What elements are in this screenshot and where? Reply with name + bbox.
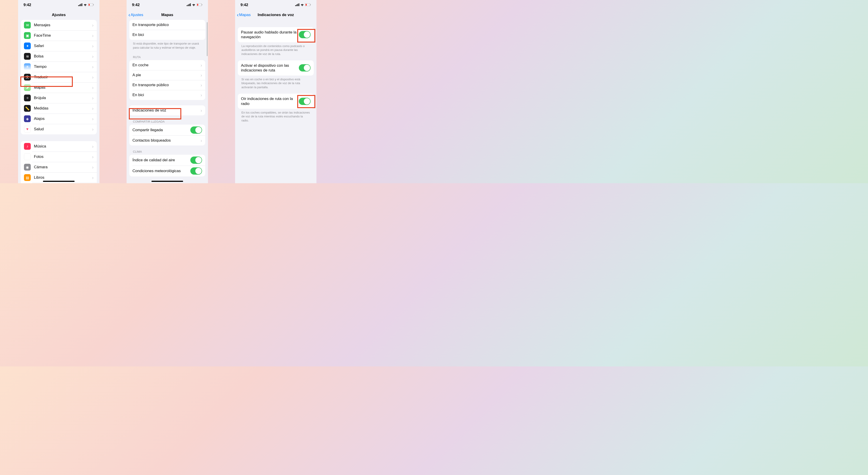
chevron-icon: › [92, 175, 94, 180]
chevron-icon: › [92, 116, 94, 121]
row-calidad-aire[interactable]: Índice de calidad del aire [129, 155, 205, 166]
chevron-icon: › [92, 33, 94, 38]
row-salud[interactable]: ♥︎Salud› [21, 124, 97, 135]
row-transporte-publico[interactable]: En transporte público [129, 20, 205, 30]
chevron-icon: › [200, 92, 202, 98]
back-label: Mapas [239, 13, 251, 17]
signal-icon [78, 3, 82, 7]
chevron-icon: › [92, 154, 94, 159]
clima-header: CLIMA [127, 149, 208, 155]
compass-icon: ✧ [24, 94, 31, 101]
chevron-icon: › [92, 43, 94, 49]
page-title: Indicaciones de voz [258, 13, 294, 17]
svg-rect-12 [197, 4, 198, 6]
svg-rect-20 [310, 4, 311, 5]
toggle-aire[interactable] [190, 156, 202, 164]
row-condiciones-meteo[interactable]: Condiciones meteorológicas [129, 166, 205, 176]
row-oir-radio[interactable]: Oír indicaciones de ruta con la radio [238, 94, 314, 109]
status-bar: 9:42 [18, 0, 99, 10]
toggle-activar-dispositivo[interactable] [299, 64, 311, 71]
row-en-bici-ruta[interactable]: En bici› [129, 90, 205, 100]
svg-rect-16 [298, 4, 298, 6]
battery-icon [88, 3, 94, 7]
music-icon: ♪ [24, 143, 31, 150]
row-indicaciones-voz[interactable]: Indicaciones de voz› [129, 106, 205, 115]
row-camara[interactable]: ◉Cámara› [21, 162, 97, 172]
nav-bar: ‹ Ajustes Mapas [127, 10, 208, 20]
status-icons [78, 3, 94, 7]
home-indicator[interactable] [43, 181, 74, 182]
row-tiempo[interactable]: ☀︎Tiempo› [21, 61, 97, 72]
chevron-left-icon: ‹ [128, 12, 130, 18]
row-bolsa[interactable]: ≋Bolsa› [21, 51, 97, 61]
svg-rect-8 [188, 4, 188, 6]
toggle-pausar-audio[interactable] [299, 31, 311, 38]
translate-icon: 文 [24, 74, 31, 81]
row-traducir[interactable]: 文Traducir› [21, 72, 97, 82]
foot-pausar: La reproducción de contenidos como podca… [235, 42, 316, 57]
measure-icon: 📏 [24, 105, 31, 112]
mapas-list[interactable]: En transporte público En bici Si está di… [127, 20, 208, 183]
chevron-icon: › [92, 127, 94, 132]
transport-footer: Si está disponible, este tipo de transpo… [127, 40, 208, 51]
row-compartir-llegada[interactable]: Compartir llegada [129, 125, 205, 136]
svg-rect-19 [306, 4, 307, 6]
chevron-icon: › [200, 63, 202, 68]
page-title: Ajustes [52, 13, 66, 17]
back-button[interactable]: ‹ Ajustes [128, 12, 143, 18]
row-safari[interactable]: ✦Safari› [21, 41, 97, 51]
foot-activar: Si vas en coche o en bici y el dispositi… [235, 76, 316, 91]
svg-rect-1 [79, 4, 80, 6]
chevron-icon: › [200, 108, 202, 113]
toggle-meteo[interactable] [190, 168, 202, 175]
phone-screen-ajustes: 9:42 Ajustes ✉︎Mensajes› ▣FaceTime› ✦Saf… [18, 0, 99, 183]
row-fotos[interactable]: ❀Fotos› [21, 152, 97, 162]
chevron-icon: › [92, 85, 94, 90]
toggle-oir-radio[interactable] [299, 98, 311, 105]
phone-screen-mapas: 9:42 ‹ Ajustes Mapas En transporte públi… [127, 0, 208, 183]
row-pausar-audio[interactable]: Pausar audio hablado durante la navegaci… [238, 27, 314, 42]
status-time: 9:42 [132, 3, 140, 7]
row-en-coche[interactable]: En coche› [129, 60, 205, 70]
status-bar: 9:42 [235, 0, 316, 10]
books-icon: ▤ [24, 174, 31, 181]
row-brujula[interactable]: ✧Brújula› [21, 93, 97, 103]
row-medidas[interactable]: 📏Medidas› [21, 103, 97, 114]
chevron-icon: › [92, 54, 94, 59]
chevron-icon: › [92, 75, 94, 80]
row-podcasts[interactable]: ◎Podcasts› [21, 183, 97, 183]
row-atajos[interactable]: ◈Atajos› [21, 114, 97, 124]
chevron-icon: › [200, 83, 202, 88]
svg-rect-17 [299, 3, 299, 6]
row-transporte-publico-ruta[interactable]: En transporte público› [129, 80, 205, 90]
chevron-icon: › [92, 165, 94, 170]
nav-bar: ‹ Mapas Indicaciones de voz [235, 10, 316, 20]
chevron-icon: › [92, 144, 94, 149]
chevron-icon: › [92, 106, 94, 111]
back-button[interactable]: ‹ Mapas [237, 12, 251, 18]
row-musica[interactable]: ♪Música› [21, 141, 97, 152]
row-contactos-bloqueados[interactable]: Contactos bloqueados› [129, 136, 205, 145]
photos-icon: ❀ [24, 153, 31, 160]
svg-rect-2 [81, 4, 81, 6]
facetime-icon: ▣ [24, 32, 31, 39]
svg-rect-5 [89, 4, 90, 6]
voz-list[interactable]: Pausar audio hablado durante la navegaci… [235, 20, 316, 183]
foot-radio: En los coches compatibles, se oirán las … [235, 109, 316, 124]
chevron-icon: › [92, 23, 94, 28]
phone-screen-indicaciones-voz: 9:42 ‹ Mapas Indicaciones de voz Pausar … [235, 0, 316, 183]
row-mapas[interactable]: ⬈Mapas› [21, 82, 97, 93]
home-indicator[interactable] [151, 181, 183, 182]
toggle-compartir[interactable] [190, 126, 202, 134]
settings-list[interactable]: ✉︎Mensajes› ▣FaceTime› ✦Safari› ≋Bolsa› … [18, 20, 99, 183]
chevron-icon: › [200, 72, 202, 78]
svg-rect-7 [187, 5, 187, 6]
row-facetime[interactable]: ▣FaceTime› [21, 30, 97, 41]
svg-rect-0 [78, 5, 79, 6]
row-a-pie[interactable]: A pie› [129, 70, 205, 80]
row-activar-dispositivo[interactable]: Activar el dispositivo con las indicacio… [238, 60, 314, 76]
row-en-bici[interactable]: En bici [129, 30, 205, 40]
status-icons [295, 3, 311, 7]
row-mensajes[interactable]: ✉︎Mensajes› [21, 20, 97, 30]
scrollbar[interactable] [207, 22, 208, 56]
